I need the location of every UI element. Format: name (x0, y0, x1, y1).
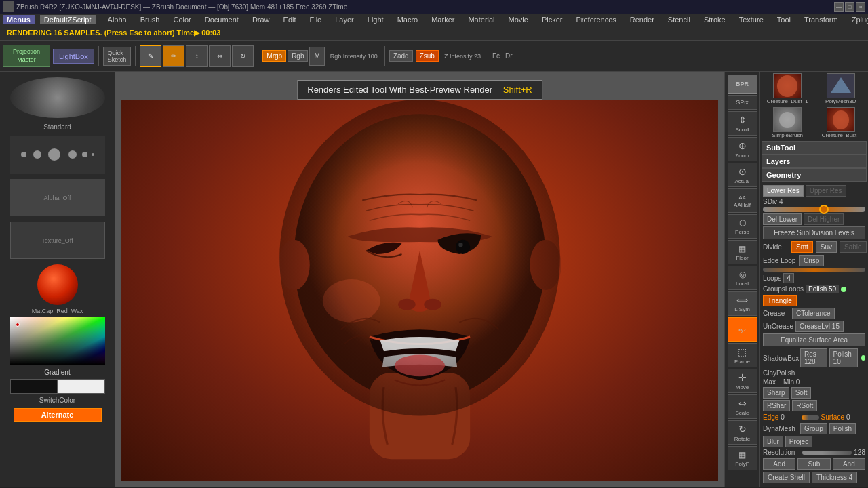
menu-stroke[interactable]: Stroke (702, 15, 728, 24)
menu-file[interactable]: File (308, 15, 324, 24)
menu-stencil[interactable]: Stencil (666, 15, 692, 24)
menu-layer[interactable]: Layer (333, 15, 356, 24)
scale-button[interactable]: Scale (728, 394, 757, 419)
aahalf-button[interactable]: AAHalf (728, 188, 757, 213)
menu-brush[interactable]: Brush (138, 15, 162, 24)
creaselvl-button[interactable]: CreaseLvl 15 (795, 321, 844, 332)
edge-loop-slider[interactable] (763, 268, 865, 272)
edge-value[interactable]: 0 (781, 413, 800, 421)
thumb-creature-bust-img[interactable] (827, 107, 855, 132)
scale-tool-button[interactable]: ⇔ (209, 45, 231, 67)
menu-zplugin[interactable]: Zplugin (850, 15, 868, 24)
rotate-tool-button[interactable]: ↻ (232, 45, 254, 67)
suv-button[interactable]: Suv (816, 241, 837, 253)
m-button[interactable]: M (309, 47, 324, 66)
rsoft-button[interactable]: RSoft (792, 400, 817, 411)
polish-dyna-button[interactable]: Polish (829, 423, 856, 434)
soft-button[interactable]: Soft (791, 387, 812, 399)
menu-movie[interactable]: Movie (507, 15, 530, 24)
background-color-swatch[interactable] (58, 379, 105, 394)
thumb-simplebrush-img[interactable] (773, 107, 802, 132)
menus-button[interactable]: Menus (3, 15, 35, 24)
rgb-button[interactable]: Rgb (288, 50, 308, 62)
switch-color-swatch[interactable] (10, 379, 105, 394)
crisp-button[interactable]: Crisp (799, 255, 824, 266)
rshar-button[interactable]: RShar (763, 400, 790, 411)
color-picker[interactable] (10, 317, 105, 365)
del-lower-button[interactable]: Del Lower (763, 214, 802, 225)
menu-alpha[interactable]: Alpha (106, 15, 129, 24)
sdiv-slider[interactable] (763, 207, 865, 212)
draw-button[interactable]: ✏ (163, 45, 184, 67)
default-script-button[interactable]: DefaultZScript (40, 15, 96, 24)
menu-material[interactable]: Material (466, 15, 496, 24)
menu-texture[interactable]: Texture (737, 15, 766, 24)
menu-tool[interactable]: Tool (775, 15, 793, 24)
upper-res-button[interactable]: Upper Res (806, 185, 846, 197)
lower-res-button[interactable]: Lower Res (763, 185, 804, 197)
scroll-button[interactable]: Scroll (728, 111, 757, 136)
zoom-button[interactable]: Zoom (728, 137, 757, 161)
restore-button[interactable]: □ (845, 2, 854, 12)
menu-draw[interactable]: Draw (250, 15, 272, 24)
spix-button[interactable]: SPix (728, 95, 757, 110)
dots-preview[interactable] (10, 136, 105, 174)
group-button[interactable]: Group (800, 423, 827, 434)
zsub-button[interactable]: Zsub (416, 50, 439, 62)
resolution-slider[interactable] (802, 451, 852, 455)
lightbox-button[interactable]: LightBox (53, 49, 94, 64)
sharp-button[interactable]: Sharp (763, 387, 789, 399)
ctolerance-button[interactable]: CTolerance (792, 308, 835, 319)
and-button[interactable]: And (833, 458, 865, 470)
lsym-button[interactable]: L.Sym (728, 291, 757, 316)
smt-button[interactable]: Smt (791, 241, 813, 253)
alpha-preview[interactable]: Alpha_Off (10, 179, 105, 216)
move-button[interactable]: Move (728, 369, 757, 393)
menu-light[interactable]: Light (366, 15, 386, 24)
geometry-header[interactable]: Geometry (762, 168, 867, 182)
polish-10-button[interactable]: Polish 10 (829, 348, 858, 367)
menu-picker[interactable]: Picker (540, 15, 565, 24)
close-button[interactable]: × (856, 2, 865, 12)
menu-edit[interactable]: Edit (281, 15, 298, 24)
floor-button[interactable]: Floor (728, 240, 757, 264)
projection-master-button[interactable]: ProjectionMaster (3, 45, 50, 67)
projec-button[interactable]: Projec (785, 436, 812, 447)
menu-macro[interactable]: Macro (395, 15, 420, 24)
move-tool-button[interactable]: ↕ (186, 45, 208, 67)
freeze-button[interactable]: Freeze SubDivision Levels (763, 226, 865, 239)
equalize-button[interactable]: Equalize Surface Area (763, 333, 865, 346)
thickness-button[interactable]: Thickness 4 (812, 472, 857, 483)
menu-document[interactable]: Document (203, 15, 241, 24)
brush-preview[interactable] (10, 77, 105, 118)
create-shell-button[interactable]: Create Shell (763, 472, 810, 483)
sub-button[interactable]: Sub (797, 458, 830, 470)
menu-preferences[interactable]: Preferences (574, 15, 618, 24)
del-higher-button[interactable]: Del Higher (804, 214, 844, 225)
menu-marker[interactable]: Marker (429, 15, 456, 24)
alternate-button[interactable]: Alternate (14, 408, 102, 422)
edit-button[interactable]: ✎ (140, 45, 161, 67)
local-button[interactable]: Local (728, 266, 757, 290)
actual-button[interactable]: Actual (728, 163, 757, 187)
polish-50-value[interactable]: Polish 50 (806, 285, 839, 293)
layers-header[interactable]: Layers (762, 155, 867, 168)
menu-transform[interactable]: Transform (802, 15, 840, 24)
menu-color[interactable]: Color (171, 15, 193, 24)
canvas-viewport[interactable] (121, 99, 719, 481)
persp-button[interactable]: Persp (728, 214, 757, 239)
thumb-polymesh3d-img[interactable] (827, 73, 855, 98)
frame-button[interactable]: Frame (728, 343, 757, 367)
menu-render[interactable]: Render (628, 15, 656, 24)
res-128-button[interactable]: Res 128 (800, 348, 827, 367)
loops-value[interactable]: 4 (783, 273, 794, 283)
add-button[interactable]: Add (763, 458, 795, 470)
triangle-button[interactable]: Triangle (763, 295, 797, 306)
thumb-creature1-img[interactable] (773, 73, 802, 98)
texture-preview[interactable]: Texture_Off (10, 222, 105, 259)
blur-button[interactable]: Blur (763, 436, 783, 447)
minimize-button[interactable]: — (834, 2, 844, 12)
mrgb-button[interactable]: Mrgb (262, 50, 286, 62)
bpr-button[interactable]: BPR (728, 75, 757, 94)
surface-value[interactable]: 0 (846, 413, 865, 421)
